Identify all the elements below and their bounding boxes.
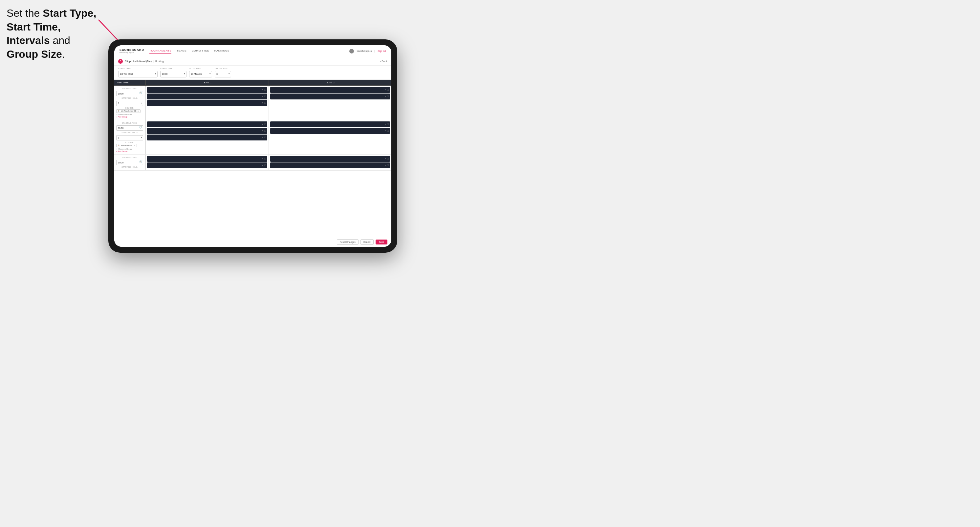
reset-button[interactable]: Reset Changes	[337, 239, 358, 245]
save-button[interactable]: Save	[375, 240, 387, 244]
player-remove-icon[interactable]: ×	[262, 102, 263, 104]
team2-col-1: × □ × □	[269, 86, 392, 120]
tee-sidebar-1: STARTING TIME: 🕐 STARTING HOLE: 110 COUR…	[114, 86, 145, 120]
player-remove-icon[interactable]: ×	[385, 157, 387, 160]
remove-group-icon-1: ○	[116, 114, 118, 116]
player-remove-icon[interactable]: ×	[262, 123, 263, 125]
player-remove-icon[interactable]: ×	[385, 95, 387, 97]
player-open-icon[interactable]: □	[264, 89, 266, 91]
player-remove-icon[interactable]: ×	[262, 130, 263, 132]
header-tee-time: Tee Time	[114, 80, 145, 85]
start-type-group: Start Type 1st Tee Start Shotgun Start	[118, 68, 158, 78]
player-open-icon[interactable]: □	[264, 95, 266, 97]
add-group-label-1: + Add Group	[116, 116, 127, 118]
player-remove-icon[interactable]: ×	[385, 123, 387, 125]
player-open-icon[interactable]: □	[387, 157, 389, 160]
header-team1: Team 1	[145, 80, 269, 85]
start-type-label: Start Type	[118, 68, 158, 70]
player-remove-icon[interactable]: ×	[262, 136, 263, 138]
player-remove-icon[interactable]: ×	[262, 95, 263, 97]
logo: SCOREBOARD Powered by clipp.io	[119, 49, 144, 54]
starting-hole-select-1[interactable]: 110	[116, 101, 143, 106]
clippd-logo: C	[118, 59, 123, 63]
table-area: Tee Time Team 1 Team 2 STARTING TIME: 🕐 …	[114, 80, 391, 237]
player-remove-icon[interactable]: ×	[262, 164, 263, 167]
player-open-icon[interactable]: □	[264, 164, 266, 167]
clock-icon-1: 🕐	[139, 92, 142, 94]
start-time-select[interactable]: 10:00 09:00 11:00	[160, 71, 186, 78]
avatar	[349, 49, 354, 54]
player-remove-icon[interactable]: ×	[385, 130, 387, 132]
remove-group-btn-2[interactable]: ○ Remove Group	[116, 148, 143, 150]
course-label-1: COURSE:	[116, 107, 143, 109]
player-row: × □	[270, 162, 390, 168]
starting-time-input-wrap-3: 🕐	[116, 159, 143, 165]
course-label-2: COURSE:	[116, 141, 143, 143]
intervals-select[interactable]: 10 Minutes 8 Minutes 12 Minutes	[189, 71, 212, 78]
nav-tabs: TOURNAMENTS TEAMS COMMITTEE RANKINGS	[150, 48, 229, 54]
team1-col-2: × □ × □ × □	[145, 120, 269, 154]
group-size-group: Group Size 3 2 4	[215, 68, 231, 78]
hosting-label: Hosting	[155, 60, 164, 63]
back-button[interactable]: ‹ Back	[380, 60, 387, 63]
footer: Reset Changes Cancel Save	[114, 237, 391, 247]
player-open-icon[interactable]: □	[387, 95, 389, 97]
player-open-icon[interactable]: □	[387, 130, 389, 132]
player-row: × □	[147, 121, 267, 127]
starting-hole-label-3: STARTING HOLE:	[116, 166, 143, 168]
add-group-btn-2[interactable]: + Add Group	[116, 150, 143, 152]
tournament-name: Clippd Invitational (Me)	[125, 60, 152, 63]
tablet-frame: SCOREBOARD Powered by clipp.io TOURNAMEN…	[108, 40, 397, 253]
player-remove-icon[interactable]: ×	[385, 89, 387, 91]
team1-col-3: × □ × □	[145, 154, 269, 171]
course-remove-1[interactable]: ×	[138, 110, 139, 112]
player-open-icon[interactable]: □	[387, 123, 389, 125]
clock-icon-2: 🕐	[139, 126, 142, 129]
controls-row: Start Type 1st Tee Start Shotgun Start S…	[114, 66, 391, 80]
course-tags-2: 🏌 East Lake GC ×	[116, 144, 143, 147]
remove-group-btn-1[interactable]: ○ Remove Group	[116, 114, 143, 116]
tab-teams[interactable]: TEAMS	[177, 48, 186, 54]
clock-icon-3: 🕐	[139, 160, 142, 163]
intervals-select-wrap: 10 Minutes 8 Minutes 12 Minutes	[189, 70, 212, 78]
group-size-label: Group Size	[215, 68, 231, 70]
player-remove-icon[interactable]: ×	[385, 164, 387, 167]
starting-time-label-2: STARTING TIME:	[116, 122, 143, 124]
player-row: × □	[147, 100, 267, 106]
player-row: × □	[147, 94, 267, 99]
nav-bar: SCOREBOARD Powered by clipp.io TOURNAMEN…	[114, 45, 391, 57]
start-time-label: Start Time	[160, 68, 186, 70]
cancel-button[interactable]: Cancel	[361, 239, 374, 245]
intervals-group: Intervals 10 Minutes 8 Minutes 12 Minute…	[189, 68, 212, 78]
table-header: Tee Time Team 1 Team 2	[114, 80, 391, 86]
tee-group-2: STARTING TIME: 🕐 STARTING HOLE: 110 COUR…	[114, 120, 391, 154]
tab-rankings[interactable]: RANKINGS	[215, 48, 229, 54]
player-open-icon[interactable]: □	[387, 89, 389, 91]
team2-col-2: × □ × □	[269, 120, 392, 154]
player-open-icon[interactable]: □	[264, 102, 266, 104]
start-type-select[interactable]: 1st Tee Start Shotgun Start	[118, 71, 158, 78]
player-row: × □	[270, 121, 390, 127]
course-icon-1: 🏌	[118, 110, 120, 112]
starting-hole-select-2[interactable]: 110	[116, 135, 143, 140]
player-open-icon[interactable]: □	[264, 123, 266, 125]
player-open-icon[interactable]: □	[264, 136, 266, 138]
group-size-select[interactable]: 3 2 4	[215, 71, 231, 78]
player-open-icon[interactable]: □	[387, 164, 389, 167]
player-remove-icon[interactable]: ×	[262, 89, 263, 91]
starting-time-input-wrap-2: 🕐	[116, 124, 143, 131]
sign-out-link[interactable]: Sign out	[377, 50, 386, 52]
player-open-icon[interactable]: □	[264, 130, 266, 132]
add-group-btn-1[interactable]: + Add Group	[116, 116, 143, 118]
tab-committee[interactable]: COMMITTEE	[192, 48, 209, 54]
player-row: × □	[147, 156, 267, 162]
player-row: × □	[147, 87, 267, 93]
course-remove-2[interactable]: ×	[134, 144, 135, 147]
starting-hole-label-1: STARTING HOLE:	[116, 97, 143, 99]
course-tags-1: 🏌 (A) Peachtree GC ×	[116, 109, 143, 113]
user-email: blair@clippd.io	[356, 50, 372, 52]
player-row: × □	[270, 87, 390, 93]
tab-tournaments[interactable]: TOURNAMENTS	[150, 48, 171, 54]
player-open-icon[interactable]: □	[264, 157, 266, 160]
player-remove-icon[interactable]: ×	[262, 157, 263, 160]
